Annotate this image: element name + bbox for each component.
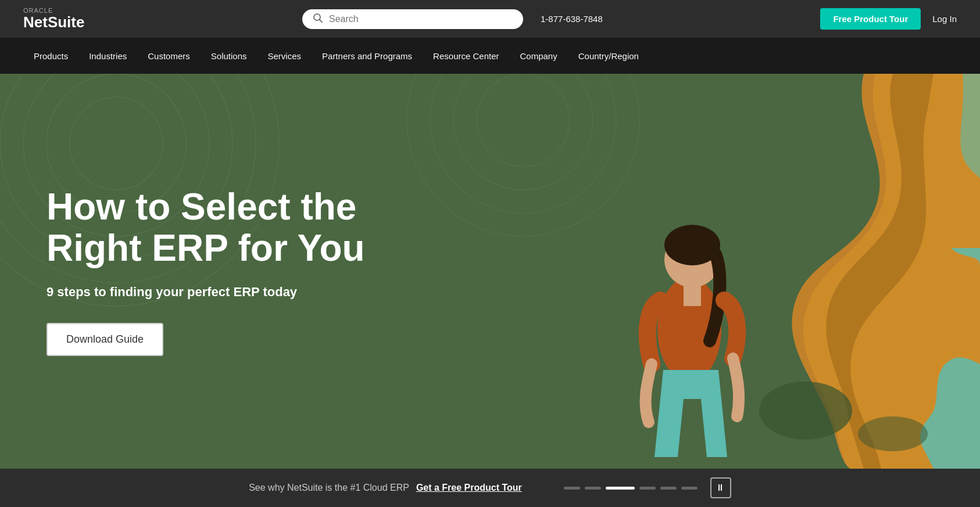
nav-item-services[interactable]: Services [257,39,312,73]
bottom-bar-link[interactable]: Get a Free Product Tour [416,483,522,493]
download-guide-button[interactable]: Download Guide [47,323,163,356]
netsuite-label: NetSuite [23,14,84,31]
phone-number: 1-877-638-7848 [541,14,603,24]
hero-subtitle: 9 steps to finding your perfect ERP toda… [47,285,407,300]
nav-item-products[interactable]: Products [23,39,78,73]
top-bar: ORACLE NetSuite 1-877-638-7848 Free Prod… [0,0,980,38]
slider-dots [564,487,698,490]
nav-item-partners[interactable]: Partners and Programs [312,39,423,73]
svg-point-5 [70,97,163,190]
dot-4[interactable] [660,487,677,490]
logo[interactable]: ORACLE NetSuite [23,7,84,31]
free-tour-button[interactable]: Free Product Tour [820,8,921,30]
bottom-bar-text: See why NetSuite is the #1 Cloud ERP [249,483,409,493]
svg-point-14 [858,416,928,451]
dot-1[interactable] [585,487,601,490]
dot-3[interactable] [639,487,656,490]
nav-item-resource[interactable]: Resource Center [423,39,509,73]
nav-bar: Products Industries Customers Solutions … [0,38,980,74]
nav-item-industries[interactable]: Industries [78,39,137,73]
search-input[interactable] [329,14,513,24]
hero-title: How to Select the Right ERP for You [47,186,407,268]
top-bar-right: Free Product Tour Log In [820,8,957,30]
nav-item-customers[interactable]: Customers [137,39,201,73]
pause-icon: ⏸ [716,483,726,493]
search-icon [313,13,323,26]
dot-2-active[interactable] [606,487,635,490]
hero-section: How to Select the Right ERP for You 9 st… [0,74,980,469]
dot-0[interactable] [564,487,580,490]
hero-illustration [457,74,980,469]
nav-item-country[interactable]: Country/Region [568,39,649,73]
hero-content: How to Select the Right ERP for You 9 st… [0,186,407,356]
nav-item-company[interactable]: Company [510,39,568,73]
search-bar[interactable] [302,9,523,29]
svg-point-13 [759,382,852,440]
nav-item-solutions[interactable]: Solutions [201,39,257,73]
top-bar-center: 1-877-638-7848 [84,9,820,29]
login-link[interactable]: Log In [932,14,957,24]
svg-line-1 [320,19,323,22]
bottom-bar: See why NetSuite is the #1 Cloud ERP Get… [0,469,980,507]
svg-rect-18 [684,283,701,306]
dot-5[interactable] [681,487,698,490]
pause-button[interactable]: ⏸ [710,477,731,498]
